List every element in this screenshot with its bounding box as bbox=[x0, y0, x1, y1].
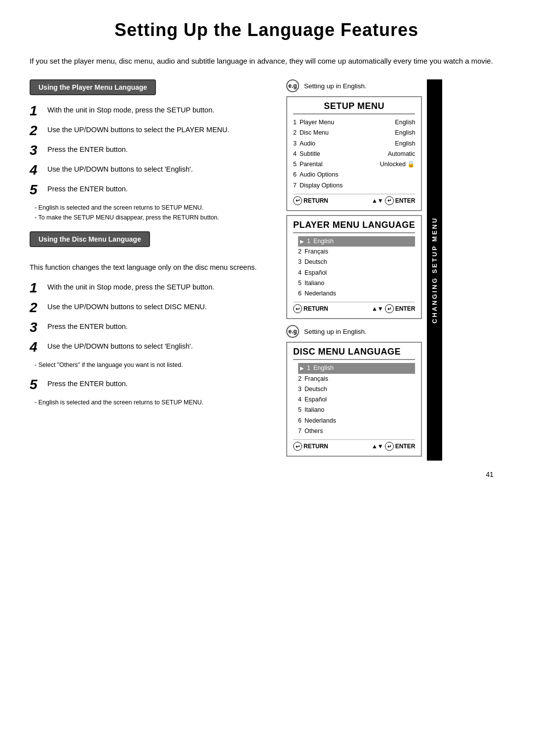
row-value: English bbox=[395, 128, 415, 138]
step-text: Use the UP/DOWN buttons to select DISC M… bbox=[47, 300, 207, 313]
player-menu-language-box: PLAYER MENU LANGUAGE ▶ 1 English 2 Franç… bbox=[286, 215, 422, 320]
return-icon: ↩ bbox=[293, 304, 302, 313]
row-num: 6 bbox=[293, 170, 297, 180]
lang-item: 4 Español bbox=[298, 268, 415, 278]
return-btn: ↩ RETURN bbox=[293, 442, 328, 451]
lang-name: Italiano bbox=[305, 405, 324, 415]
menu-row-left: 6 Audio Options bbox=[293, 170, 338, 180]
eg-circle: e.g bbox=[286, 325, 299, 338]
menu-row: 7 Display Options bbox=[293, 180, 415, 191]
setup-menu-box: SETUP MENU 1 Player Menu English 2 bbox=[286, 96, 422, 211]
arrow-right-icon: ▶ bbox=[300, 364, 304, 372]
lang-num: 4 bbox=[298, 268, 302, 278]
step-number: 5 bbox=[30, 378, 47, 392]
section2-notes: - English is selected and the screen ret… bbox=[35, 397, 271, 407]
return-label: RETURN bbox=[304, 197, 328, 204]
row-num: 4 bbox=[293, 149, 297, 159]
right-content: e.g Setting up in English. SETUP MENU 1 … bbox=[286, 79, 422, 461]
page-number: 41 bbox=[30, 470, 503, 478]
step-number: 3 bbox=[30, 144, 47, 157]
row-label: Display Options bbox=[300, 180, 343, 191]
menu-footer: ↩ RETURN ▲▼ ↵ ENTER bbox=[293, 302, 415, 313]
lang-item: 4 Español bbox=[298, 395, 415, 405]
player-menu-language-title: PLAYER MENU LANGUAGE bbox=[293, 220, 415, 233]
nav-arrows: ▲▼ bbox=[372, 305, 383, 312]
disc-lang-list: ▶ 1 English 2 Français 3 Deutsch bbox=[293, 363, 415, 436]
row-num: 7 bbox=[293, 180, 297, 191]
step-number: 1 bbox=[30, 281, 47, 295]
lang-item: 2 Français bbox=[298, 374, 415, 384]
enter-icon: ↵ bbox=[385, 304, 394, 313]
sidebar-label: CHANGING SETUP MENU bbox=[431, 216, 438, 323]
row-num: 1 bbox=[293, 117, 297, 128]
lang-num: 5 bbox=[298, 405, 302, 415]
right-wrapper: e.g Setting up in English. SETUP MENU 1 … bbox=[286, 79, 442, 461]
section2-step5: 5 Press the ENTER button. bbox=[30, 377, 271, 392]
lang-item: 5 Italiano bbox=[298, 405, 415, 415]
step-text: Use the UP/DOWN buttons to select 'Engli… bbox=[47, 339, 193, 352]
lang-item: 2 Français bbox=[298, 247, 415, 257]
row-num: 2 bbox=[293, 128, 297, 138]
lang-num: 5 bbox=[298, 278, 302, 288]
step-item: 3 Press the ENTER button. bbox=[30, 320, 271, 334]
return-btn: ↩ RETURN bbox=[293, 304, 328, 313]
lang-name: Deutsch bbox=[305, 257, 327, 267]
note-item: - English is selected and the screen ret… bbox=[35, 203, 271, 213]
player-lang-list: ▶ 1 English 2 Français 3 Deutsch bbox=[293, 236, 415, 299]
row-value: English bbox=[395, 139, 415, 149]
step-number: 2 bbox=[30, 301, 47, 315]
step-item: 4 Use the UP/DOWN buttons to select 'Eng… bbox=[30, 162, 271, 177]
lang-num: 7 bbox=[298, 426, 302, 436]
eg-circle: e.g bbox=[286, 79, 299, 92]
step-text: Press the ENTER button. bbox=[47, 377, 128, 390]
step-text: Press the ENTER button. bbox=[47, 143, 128, 155]
lang-name: Others bbox=[305, 426, 323, 436]
menu-row: 3 Audio English bbox=[293, 139, 415, 149]
page-title: Setting Up the Language Features bbox=[30, 20, 503, 40]
menu-row: 5 Parental Unlocked 🔒 bbox=[293, 159, 415, 170]
step-number: 3 bbox=[30, 321, 47, 334]
step-text: Press the ENTER button. bbox=[47, 320, 128, 332]
lang-item: 5 Italiano bbox=[298, 278, 415, 288]
lang-name: Français bbox=[305, 374, 328, 384]
step-item: 5 Press the ENTER button. bbox=[30, 182, 271, 197]
section2-steps: 1 With the unit in Stop mode, press the … bbox=[30, 280, 271, 354]
section2-badge: Using the Disc Menu Language bbox=[30, 231, 150, 247]
eg-label-disc: e.g Setting up in English. bbox=[286, 325, 422, 338]
step-text: Use the UP/DOWN buttons to select 'Engli… bbox=[47, 162, 193, 175]
step-text: With the unit in Stop mode, press the SE… bbox=[47, 280, 214, 293]
step-item: 4 Use the UP/DOWN buttons to select 'Eng… bbox=[30, 339, 271, 354]
lang-num: 6 bbox=[298, 416, 302, 426]
enter-icon: ↵ bbox=[385, 442, 394, 451]
step-number: 5 bbox=[30, 183, 47, 197]
menu-row: 6 Audio Options bbox=[293, 170, 415, 180]
menu-row: 4 Subtitle Automatic bbox=[293, 149, 415, 159]
row-num: 5 bbox=[293, 159, 297, 170]
nav-arrows: ▲▼ bbox=[372, 197, 383, 204]
lang-item: 6 Nederlands bbox=[298, 416, 415, 426]
eg-label-setup: e.g Setting up in English. bbox=[286, 79, 422, 92]
sidebar-tab: CHANGING SETUP MENU bbox=[427, 79, 442, 461]
step-item: 2 Use the UP/DOWN buttons to select DISC… bbox=[30, 300, 271, 315]
page: Setting Up the Language Features If you … bbox=[0, 0, 533, 756]
row-label: Subtitle bbox=[300, 149, 320, 159]
setup-menu-rows: 1 Player Menu English 2 Disc Menu Englis… bbox=[293, 117, 415, 191]
lang-num: 4 bbox=[298, 395, 302, 405]
eg-text: Setting up in English. bbox=[304, 82, 367, 90]
lang-num: 6 bbox=[298, 288, 302, 299]
row-label: Parental bbox=[300, 159, 323, 170]
nav-enter-btn: ▲▼ ↵ ENTER bbox=[372, 196, 415, 205]
return-btn: ↩ RETURN bbox=[293, 196, 328, 205]
eg-text: Setting up in English. bbox=[304, 328, 367, 335]
lang-name: English bbox=[313, 363, 334, 373]
nav-arrows: ▲▼ bbox=[372, 443, 383, 450]
section1-notes: - English is selected and the screen ret… bbox=[35, 203, 271, 222]
lang-item: 7 Others bbox=[298, 426, 415, 436]
return-icon: ↩ bbox=[293, 196, 302, 205]
setup-menu-title: SETUP MENU bbox=[293, 101, 415, 114]
lang-name: English bbox=[313, 236, 334, 247]
step-item: 5 Press the ENTER button. bbox=[30, 377, 271, 392]
step-number: 4 bbox=[30, 163, 47, 177]
step-item: 1 With the unit in Stop mode, press the … bbox=[30, 280, 271, 295]
enter-icon: ↵ bbox=[385, 196, 394, 205]
